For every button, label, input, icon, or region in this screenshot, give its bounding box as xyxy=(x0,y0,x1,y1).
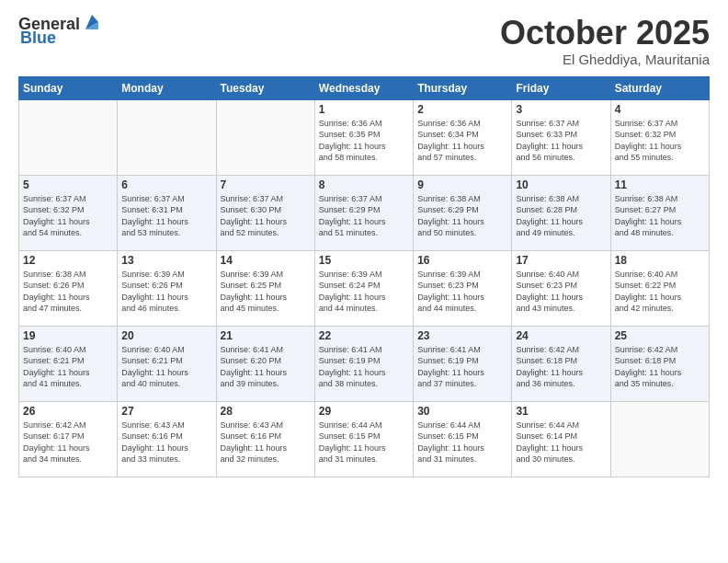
day-cell xyxy=(118,99,216,175)
day-number: 7 xyxy=(221,178,311,191)
day-info: Sunrise: 6:37 AM Sunset: 6:33 PM Dayligh… xyxy=(516,118,606,164)
day-cell xyxy=(216,99,314,175)
day-info: Sunrise: 6:42 AM Sunset: 6:18 PM Dayligh… xyxy=(615,344,705,390)
col-header-monday: Monday xyxy=(118,76,216,99)
week-row-3: 19Sunrise: 6:40 AM Sunset: 6:21 PM Dayli… xyxy=(19,326,710,401)
day-cell: 27Sunrise: 6:43 AM Sunset: 6:16 PM Dayli… xyxy=(118,401,216,477)
day-cell: 7Sunrise: 6:37 AM Sunset: 6:30 PM Daylig… xyxy=(216,175,314,250)
day-number: 4 xyxy=(615,103,705,116)
day-info: Sunrise: 6:36 AM Sunset: 6:34 PM Dayligh… xyxy=(417,118,507,164)
day-cell: 11Sunrise: 6:38 AM Sunset: 6:27 PM Dayli… xyxy=(610,175,709,250)
day-cell: 1Sunrise: 6:36 AM Sunset: 6:35 PM Daylig… xyxy=(314,99,413,175)
month-title: October 2025 xyxy=(500,15,710,52)
day-number: 18 xyxy=(615,254,705,267)
day-info: Sunrise: 6:37 AM Sunset: 6:29 PM Dayligh… xyxy=(319,193,409,239)
day-info: Sunrise: 6:38 AM Sunset: 6:26 PM Dayligh… xyxy=(23,269,113,315)
week-row-0: 1Sunrise: 6:36 AM Sunset: 6:35 PM Daylig… xyxy=(19,99,710,175)
day-number: 15 xyxy=(319,254,409,267)
day-info: Sunrise: 6:39 AM Sunset: 6:26 PM Dayligh… xyxy=(121,269,211,315)
day-number: 1 xyxy=(319,103,409,116)
logo: General Blue xyxy=(18,15,102,46)
week-row-4: 26Sunrise: 6:42 AM Sunset: 6:17 PM Dayli… xyxy=(19,401,710,477)
day-info: Sunrise: 6:43 AM Sunset: 6:16 PM Dayligh… xyxy=(121,419,211,465)
day-info: Sunrise: 6:36 AM Sunset: 6:35 PM Dayligh… xyxy=(319,118,409,164)
day-info: Sunrise: 6:38 AM Sunset: 6:29 PM Dayligh… xyxy=(417,193,507,239)
day-number: 23 xyxy=(417,329,507,342)
day-info: Sunrise: 6:37 AM Sunset: 6:32 PM Dayligh… xyxy=(23,193,113,239)
day-info: Sunrise: 6:39 AM Sunset: 6:24 PM Dayligh… xyxy=(319,269,409,315)
day-number: 17 xyxy=(516,254,606,267)
week-row-2: 12Sunrise: 6:38 AM Sunset: 6:26 PM Dayli… xyxy=(19,250,710,326)
col-header-wednesday: Wednesday xyxy=(314,76,413,99)
location: El Gheddiya, Mauritania xyxy=(500,52,710,67)
day-number: 27 xyxy=(121,405,211,418)
day-number: 13 xyxy=(121,254,211,267)
day-number: 19 xyxy=(23,329,113,342)
day-cell: 21Sunrise: 6:41 AM Sunset: 6:20 PM Dayli… xyxy=(216,326,314,401)
header-row: SundayMondayTuesdayWednesdayThursdayFrid… xyxy=(19,76,710,99)
day-cell: 24Sunrise: 6:42 AM Sunset: 6:18 PM Dayli… xyxy=(512,326,610,401)
day-info: Sunrise: 6:42 AM Sunset: 6:17 PM Dayligh… xyxy=(23,419,113,465)
day-cell: 26Sunrise: 6:42 AM Sunset: 6:17 PM Dayli… xyxy=(19,401,118,477)
day-number: 5 xyxy=(23,178,113,191)
day-number: 2 xyxy=(417,103,507,116)
day-number: 12 xyxy=(23,254,113,267)
day-info: Sunrise: 6:40 AM Sunset: 6:21 PM Dayligh… xyxy=(121,344,211,390)
day-cell: 30Sunrise: 6:44 AM Sunset: 6:15 PM Dayli… xyxy=(414,401,512,477)
day-cell: 15Sunrise: 6:39 AM Sunset: 6:24 PM Dayli… xyxy=(314,250,413,326)
day-cell: 2Sunrise: 6:36 AM Sunset: 6:34 PM Daylig… xyxy=(414,99,512,175)
day-number: 26 xyxy=(23,405,113,418)
day-cell: 8Sunrise: 6:37 AM Sunset: 6:29 PM Daylig… xyxy=(314,175,413,250)
calendar-table: SundayMondayTuesdayWednesdayThursdayFrid… xyxy=(18,76,710,477)
day-info: Sunrise: 6:43 AM Sunset: 6:16 PM Dayligh… xyxy=(221,419,311,465)
day-cell: 29Sunrise: 6:44 AM Sunset: 6:15 PM Dayli… xyxy=(314,401,413,477)
day-cell xyxy=(19,99,118,175)
day-cell: 22Sunrise: 6:41 AM Sunset: 6:19 PM Dayli… xyxy=(314,326,413,401)
day-cell: 4Sunrise: 6:37 AM Sunset: 6:32 PM Daylig… xyxy=(610,99,709,175)
day-info: Sunrise: 6:40 AM Sunset: 6:22 PM Dayligh… xyxy=(615,269,705,315)
col-header-sunday: Sunday xyxy=(19,76,118,99)
day-info: Sunrise: 6:38 AM Sunset: 6:28 PM Dayligh… xyxy=(516,193,606,239)
col-header-thursday: Thursday xyxy=(414,76,512,99)
day-number: 25 xyxy=(615,329,705,342)
day-number: 14 xyxy=(221,254,311,267)
day-number: 9 xyxy=(417,178,507,191)
day-cell: 13Sunrise: 6:39 AM Sunset: 6:26 PM Dayli… xyxy=(118,250,216,326)
day-info: Sunrise: 6:44 AM Sunset: 6:14 PM Dayligh… xyxy=(516,419,606,465)
day-number: 22 xyxy=(319,329,409,342)
day-number: 8 xyxy=(319,178,409,191)
day-info: Sunrise: 6:40 AM Sunset: 6:23 PM Dayligh… xyxy=(516,269,606,315)
col-header-tuesday: Tuesday xyxy=(216,76,314,99)
col-header-saturday: Saturday xyxy=(610,76,709,99)
day-cell: 28Sunrise: 6:43 AM Sunset: 6:16 PM Dayli… xyxy=(216,401,314,477)
day-info: Sunrise: 6:39 AM Sunset: 6:23 PM Dayligh… xyxy=(417,269,507,315)
day-cell: 14Sunrise: 6:39 AM Sunset: 6:25 PM Dayli… xyxy=(216,250,314,326)
day-info: Sunrise: 6:44 AM Sunset: 6:15 PM Dayligh… xyxy=(417,419,507,465)
day-cell: 19Sunrise: 6:40 AM Sunset: 6:21 PM Dayli… xyxy=(19,326,118,401)
calendar-header: SundayMondayTuesdayWednesdayThursdayFrid… xyxy=(19,76,710,99)
day-number: 16 xyxy=(417,254,507,267)
day-info: Sunrise: 6:37 AM Sunset: 6:30 PM Dayligh… xyxy=(221,193,311,239)
day-info: Sunrise: 6:38 AM Sunset: 6:27 PM Dayligh… xyxy=(615,193,705,239)
day-cell: 6Sunrise: 6:37 AM Sunset: 6:31 PM Daylig… xyxy=(118,175,216,250)
day-cell: 23Sunrise: 6:41 AM Sunset: 6:19 PM Dayli… xyxy=(414,326,512,401)
day-info: Sunrise: 6:40 AM Sunset: 6:21 PM Dayligh… xyxy=(23,344,113,390)
day-number: 10 xyxy=(516,178,606,191)
day-number: 24 xyxy=(516,329,606,342)
logo-blue: Blue xyxy=(20,29,102,46)
page: General Blue October 2025 El Gheddiya, M… xyxy=(0,0,728,563)
day-cell: 3Sunrise: 6:37 AM Sunset: 6:33 PM Daylig… xyxy=(512,99,610,175)
day-number: 28 xyxy=(221,405,311,418)
week-row-1: 5Sunrise: 6:37 AM Sunset: 6:32 PM Daylig… xyxy=(19,175,710,250)
day-number: 21 xyxy=(221,329,311,342)
day-number: 29 xyxy=(319,405,409,418)
day-info: Sunrise: 6:37 AM Sunset: 6:32 PM Dayligh… xyxy=(615,118,705,164)
title-block: October 2025 El Gheddiya, Mauritania xyxy=(500,15,710,67)
calendar-body: 1Sunrise: 6:36 AM Sunset: 6:35 PM Daylig… xyxy=(19,99,710,477)
day-cell: 12Sunrise: 6:38 AM Sunset: 6:26 PM Dayli… xyxy=(19,250,118,326)
day-cell: 5Sunrise: 6:37 AM Sunset: 6:32 PM Daylig… xyxy=(19,175,118,250)
day-info: Sunrise: 6:41 AM Sunset: 6:19 PM Dayligh… xyxy=(417,344,507,390)
day-number: 30 xyxy=(417,405,507,418)
day-cell: 25Sunrise: 6:42 AM Sunset: 6:18 PM Dayli… xyxy=(610,326,709,401)
day-cell: 16Sunrise: 6:39 AM Sunset: 6:23 PM Dayli… xyxy=(414,250,512,326)
